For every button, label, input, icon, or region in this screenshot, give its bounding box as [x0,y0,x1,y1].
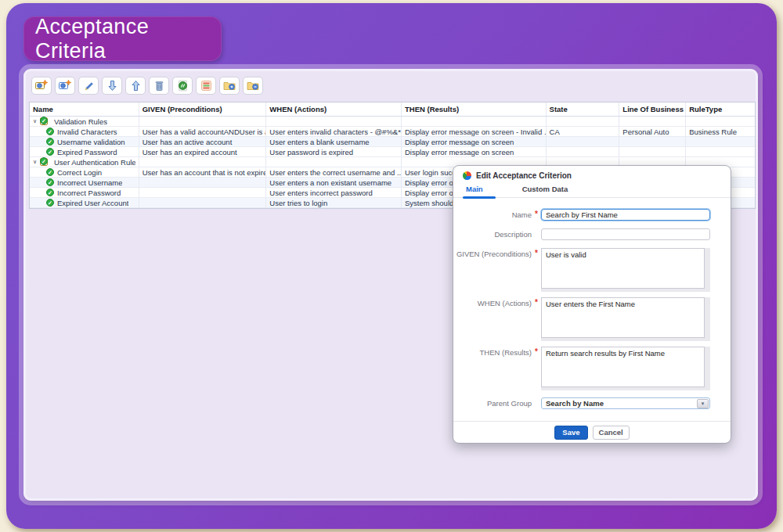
column-header[interactable]: State [547,102,620,116]
toolbar [31,77,263,95]
given-cell: User has an expired account [139,147,267,156]
name-cell: ∨✓Validation Rules [30,117,139,126]
table-row[interactable]: ✓Username validationUser has an active a… [30,137,755,147]
move-down-button[interactable] [102,77,122,95]
given-field[interactable]: User is valid [541,248,705,289]
tab-main[interactable]: Main [463,185,502,197]
folder-minus-icon [247,80,260,92]
check-icon: ✓ [46,148,54,156]
given-label: GIVEN (Preconditions) [453,248,532,292]
then-cell: Display error message on screen [402,137,547,146]
check-icon: ✓ [46,168,54,176]
state-cell [547,147,620,156]
when-label: WHEN (Actions) [453,297,532,341]
state-cell: CA [547,127,620,136]
table-header-row: NameGIVEN (Preconditions)WHEN (Actions)T… [30,102,755,117]
given-cell [139,178,267,187]
parent-group-label: Parent Group [453,397,532,409]
given-cell [139,198,267,207]
name-cell: ✓Correct Login [30,167,139,177]
collapse-all-button[interactable] [243,77,263,95]
check-icon: ✓ [46,178,54,186]
group-row[interactable]: ∨✓Validation Rules [30,117,755,127]
row-name: Incorrect Username [57,178,122,187]
column-header[interactable]: Line Of Business [619,102,686,116]
check-icon: ✓ [40,157,48,165]
rule-type-cell: Business Rule [686,127,755,136]
line-of-business-cell [619,147,686,156]
then-row: THEN (Results) * Return search results b… [453,347,710,390]
save-button[interactable]: Save [554,426,587,440]
new-child-item-button[interactable] [55,77,75,95]
description-label: Description [453,228,532,240]
group-checkbox[interactable]: ✓ [40,158,48,166]
name-label: Name [453,209,532,221]
row-name: Expired User Account [57,199,128,207]
when-cell: User enters a blank username [266,137,402,146]
parent-group-select[interactable]: Search by Name ▼ [541,397,710,409]
new-item-button[interactable] [31,77,52,95]
pencil-icon [82,80,96,92]
when-cell: User enters incorrect password [266,188,402,197]
table-row[interactable]: ✓Expired PasswordUser has an expired acc… [30,147,755,157]
given-cell [139,157,267,167]
chevron-down-icon[interactable]: ▼ [697,399,709,408]
group-checkbox[interactable]: ✓ [40,117,48,125]
then-cell: Display error message on screen - Invali… [402,127,547,136]
when-field[interactable]: User enters the First Name [541,297,705,338]
column-header[interactable]: RuleType [686,102,755,116]
required-marker-empty [532,228,541,240]
tab-custom-data[interactable]: Custom Data [519,185,572,197]
when-cell: User enters a non existant username [266,178,402,187]
when-cell: User tries to login [266,198,402,207]
collapse-caret-icon[interactable]: ∨ [33,159,40,165]
collapse-caret-icon[interactable]: ∨ [33,118,40,124]
name-field[interactable] [541,209,710,221]
column-header[interactable]: Name [30,102,139,116]
given-cell [139,188,267,197]
given-cell [139,117,267,126]
when-cell: User password is expired [266,147,402,156]
column-header[interactable]: GIVEN (Preconditions) [139,102,267,116]
description-field[interactable] [541,228,710,240]
when-cell [266,117,402,126]
move-up-button[interactable] [125,77,146,95]
row-name: Expired Password [57,148,117,156]
new-child-item-icon [59,80,72,92]
delete-button[interactable] [149,77,169,95]
column-header[interactable]: WHEN (Actions) [266,102,402,116]
trash-icon [153,80,166,92]
description-row: Description [453,228,710,240]
name-cell: ∨✓User Authentication Rules [30,157,139,167]
arrow-down-icon [106,80,119,92]
check-icon: ✓ [46,189,54,196]
table-row[interactable]: ✓Invalid CharactersUser has a valid acco… [30,127,755,137]
then-cell [402,117,547,126]
row-name: Validation Rules [54,117,107,126]
check-icon: ✓ [40,117,48,124]
parent-group-row: Parent Group Search by Name ▼ [453,397,710,409]
then-cell: Display error message on screen [402,147,547,156]
name-cell: ✓Incorrect Username [30,178,139,187]
check-icon: ✓ [46,199,54,207]
expand-all-button[interactable] [219,77,240,95]
page-title: Acceptance Criteria [35,15,222,63]
row-name: Incorrect Password [57,189,121,197]
when-cell [266,157,402,167]
edit-acceptance-criterion-dialog: Edit Acceptance Criterion Main Custom Da… [453,165,731,444]
folder-plus-icon [223,80,236,92]
column-header[interactable]: THEN (Results) [402,102,547,116]
arrow-up-icon [129,80,143,92]
edit-button[interactable] [78,77,99,95]
given-row: GIVEN (Preconditions) * User is valid [453,248,710,292]
name-cell: ✓Username validation [30,137,139,146]
name-row: Name * [453,209,710,221]
cancel-button[interactable]: Cancel [593,426,630,440]
dialog-header: Edit Acceptance Criterion [463,171,572,180]
view-details-button[interactable] [196,77,216,95]
row-name: Username validation [57,138,125,146]
then-field[interactable]: Return search results by First Name [541,347,705,387]
export-button[interactable] [172,77,193,95]
page-title-badge: Acceptance Criteria [23,16,222,61]
required-marker-empty [532,397,541,409]
